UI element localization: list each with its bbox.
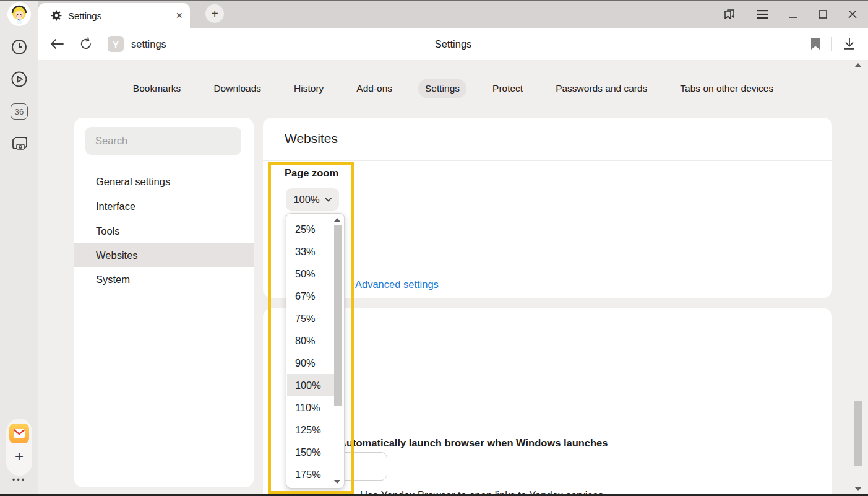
page-zoom-value: 100% bbox=[293, 194, 319, 206]
nav-tab-add-ons[interactable]: Add-ons bbox=[350, 79, 399, 98]
nav-tab-passwords-and-cards[interactable]: Passwords and cards bbox=[549, 79, 654, 98]
nav-tab-settings[interactable]: Settings bbox=[418, 79, 466, 98]
scrollbar-thumb[interactable] bbox=[334, 225, 342, 406]
zoom-option-25[interactable]: 25% bbox=[287, 218, 335, 240]
yandex-mail-icon[interactable] bbox=[9, 424, 29, 443]
scroll-down-arrow[interactable] bbox=[334, 480, 340, 484]
page-scroll-down-arrow[interactable] bbox=[855, 487, 861, 491]
launch-with-windows-row: Automatically launch browser when Window… bbox=[339, 437, 608, 449]
sidebar-apps-pill: + bbox=[6, 419, 32, 476]
page-scrollbar-thumb[interactable] bbox=[854, 401, 862, 466]
zoom-option-150[interactable]: 150% bbox=[287, 441, 335, 463]
sidebar-item-general-settings[interactable]: General settings bbox=[74, 169, 254, 194]
nav-tab-history[interactable]: History bbox=[287, 79, 330, 98]
zoom-option-33[interactable]: 33% bbox=[287, 240, 335, 263]
zoom-option-50[interactable]: 50% bbox=[287, 263, 335, 285]
site-favicon: Y bbox=[108, 36, 124, 52]
zoom-option-90[interactable]: 90% bbox=[287, 352, 335, 374]
history-clock-icon[interactable] bbox=[0, 37, 38, 57]
zoom-option-110[interactable]: 110% bbox=[287, 396, 335, 419]
zoom-option-67[interactable]: 67% bbox=[287, 285, 335, 307]
window-top-border bbox=[0, 0, 868, 1]
zoom-option-100[interactable]: 100% bbox=[287, 374, 335, 396]
card-divider bbox=[263, 352, 832, 352]
titlebar: Settings × + bbox=[38, 0, 868, 28]
websites-card: Websites Page zoom Advanced settings Adv… bbox=[263, 118, 832, 298]
tab-title: Settings bbox=[68, 11, 170, 21]
tab-counter-badge[interactable]: 36 bbox=[0, 103, 38, 120]
avatar-girl-icon bbox=[9, 4, 29, 24]
reload-button[interactable] bbox=[79, 37, 93, 51]
menu-icon[interactable] bbox=[757, 10, 768, 19]
page-scroll-up-arrow[interactable] bbox=[855, 63, 861, 67]
sidebar-more-button[interactable]: ••• bbox=[0, 472, 38, 487]
settings-sidebar-card: General settingsInterfaceToolsWebsitesSy… bbox=[74, 118, 254, 487]
add-widget-button[interactable]: + bbox=[15, 450, 24, 463]
app-sidebar: 36 + ••• bbox=[0, 0, 38, 496]
gear-icon bbox=[51, 10, 62, 21]
url-text[interactable]: settings bbox=[131, 38, 166, 50]
card-divider bbox=[263, 160, 832, 161]
settings-nav-tabs: BookmarksDownloadsHistoryAdd-onsSettings… bbox=[38, 79, 868, 98]
browser-tab-settings[interactable]: Settings × bbox=[38, 3, 190, 28]
dropdown-scrollbar bbox=[333, 215, 342, 486]
maximize-button[interactable] bbox=[819, 10, 827, 19]
settings-menu: General settingsInterfaceToolsWebsitesSy… bbox=[74, 169, 254, 292]
websites-heading: Websites bbox=[285, 131, 338, 146]
profile-avatar[interactable] bbox=[7, 2, 31, 26]
zoom-option-80[interactable]: 80% bbox=[287, 329, 335, 352]
media-play-icon[interactable] bbox=[0, 69, 38, 89]
zoom-option-75[interactable]: 75% bbox=[287, 307, 335, 329]
window-bottom-border bbox=[0, 494, 868, 496]
sidebar-item-tools[interactable]: Tools bbox=[74, 219, 254, 243]
screenshot-icon[interactable] bbox=[0, 133, 38, 154]
minimize-button[interactable] bbox=[789, 10, 797, 19]
tab-close-button[interactable]: × bbox=[176, 9, 183, 22]
settings-page: BookmarksDownloadsHistoryAdd-onsSettings… bbox=[38, 60, 868, 496]
page-zoom-label: Page zoom bbox=[285, 167, 338, 179]
scroll-up-arrow[interactable] bbox=[334, 218, 340, 222]
new-tab-button[interactable]: + bbox=[205, 4, 224, 23]
bookmark-icon[interactable] bbox=[810, 38, 820, 50]
toolbar-divider bbox=[831, 37, 832, 51]
system-card: Automatically launch browser when Window… bbox=[263, 308, 832, 496]
close-button[interactable] bbox=[848, 10, 857, 19]
back-button[interactable] bbox=[49, 38, 64, 50]
bookmarks-panel-icon[interactable] bbox=[723, 8, 736, 20]
address-bar: Settings Y settings bbox=[38, 28, 868, 60]
chevron-down-icon bbox=[325, 198, 332, 202]
nav-tab-bookmarks[interactable]: Bookmarks bbox=[126, 79, 188, 98]
nav-tab-protect[interactable]: Protect bbox=[486, 79, 530, 98]
sidebar-item-system[interactable]: System bbox=[74, 267, 254, 292]
nav-tab-tabs-on-other-devices[interactable]: Tabs on other devices bbox=[673, 79, 780, 98]
zoom-options-list: 25%33%50%67%75%80%90%100%110%125%150%175… bbox=[287, 218, 335, 485]
sidebar-item-websites[interactable]: Websites bbox=[74, 243, 254, 267]
downloads-icon[interactable] bbox=[843, 38, 856, 50]
page-zoom-dropdown: 25%33%50%67%75%80%90%100%110%125%150%175… bbox=[286, 213, 345, 489]
advanced-settings-link[interactable]: Advanced settings bbox=[355, 279, 439, 290]
sidebar-item-interface[interactable]: Interface bbox=[74, 194, 254, 219]
search-input[interactable] bbox=[85, 127, 241, 155]
nav-tab-downloads[interactable]: Downloads bbox=[207, 79, 268, 98]
zoom-option-125[interactable]: 125% bbox=[287, 419, 335, 441]
page-zoom-select[interactable]: 100% bbox=[286, 188, 339, 211]
zoom-option-175[interactable]: 175% bbox=[287, 463, 335, 485]
